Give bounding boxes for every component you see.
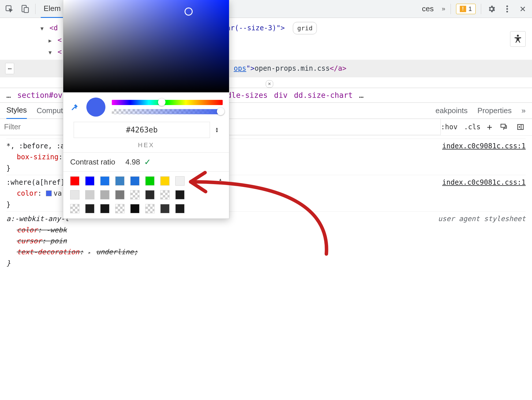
- expand-triangle-down-icon[interactable]: ▼: [40, 25, 44, 31]
- css-property: text-decoration: [17, 248, 79, 256]
- contrast-ratio-row[interactable]: Contrast ratio 4.98 ✓: [63, 153, 229, 171]
- palette-swatch[interactable]: [145, 204, 155, 213]
- toolbar-divider: [481, 4, 481, 14]
- saturation-cursor[interactable]: [185, 8, 193, 16]
- palette-swatch[interactable]: [175, 176, 185, 186]
- svg-rect-7: [501, 124, 505, 128]
- css-selector[interactable]: :where(a[href]): [6, 178, 69, 186]
- breadcrumb-more-left[interactable]: …: [6, 91, 11, 100]
- close-icon[interactable]: [518, 4, 528, 14]
- grid-badge[interactable]: grid: [293, 22, 317, 34]
- palette-swatch[interactable]: [115, 190, 124, 199]
- palette-swatch[interactable]: [145, 176, 155, 186]
- expand-ellipsis[interactable]: ⋯: [5, 63, 14, 74]
- breadcrumb-item[interactable]: dd.size-chart: [294, 91, 353, 100]
- tab-computed[interactable]: Comput: [37, 103, 63, 119]
- palette-swatch[interactable]: [175, 190, 185, 199]
- gear-icon[interactable]: [486, 4, 497, 14]
- dom-attr-link[interactable]: ops: [234, 63, 246, 74]
- alpha-thumb[interactable]: [217, 108, 224, 115]
- color-picker-popover: ▲▼ HEX Contrast ratio 4.98 ✓ ▲▼: [63, 0, 229, 219]
- tab-sources-partial[interactable]: ces: [419, 0, 436, 17]
- palette-swatch[interactable]: [70, 204, 79, 213]
- warning-icon: !: [460, 6, 466, 12]
- palette-swatch[interactable]: [85, 204, 94, 213]
- saturation-field[interactable]: [63, 0, 229, 92]
- issues-count: 1: [468, 5, 472, 13]
- inspect-icon[interactable]: [4, 4, 14, 14]
- cls-toggle[interactable]: .cls: [464, 123, 481, 131]
- dom-node[interactable]: <: [57, 48, 62, 56]
- svg-rect-8: [518, 125, 523, 130]
- contrast-value: 4.98: [125, 158, 140, 167]
- css-selector[interactable]: *, :before, :af: [6, 142, 69, 150]
- css-close-brace: }: [6, 164, 10, 172]
- css-property[interactable]: color: [17, 189, 38, 197]
- palette-swatch[interactable]: [160, 204, 170, 213]
- more-tabs-chevron[interactable]: »: [442, 5, 445, 13]
- palette-swatch[interactable]: [115, 204, 124, 213]
- tab-styles[interactable]: Styles: [6, 102, 27, 119]
- palette-swatch[interactable]: [70, 176, 79, 186]
- tab-elements[interactable]: Elem: [41, 0, 64, 18]
- tab-breakpoints[interactable]: eakpoints: [436, 103, 468, 119]
- palette-swatch[interactable]: [130, 190, 139, 199]
- new-style-rule-button[interactable]: +: [487, 122, 492, 132]
- hue-slider[interactable]: [112, 100, 223, 105]
- tab-properties[interactable]: Properties: [477, 103, 512, 119]
- palette-swatch[interactable]: [85, 190, 94, 199]
- palette-swatch[interactable]: [145, 190, 155, 199]
- remove-pill-icon[interactable]: ×: [266, 80, 273, 88]
- breadcrumb-item[interactable]: section#ove: [17, 91, 67, 100]
- css-property[interactable]: box-sizing: [17, 153, 59, 161]
- hex-input[interactable]: [74, 122, 210, 138]
- dom-text: ">: [246, 63, 255, 74]
- breadcrumb-item[interactable]: dle-sizes: [227, 91, 268, 100]
- expand-triangle-right-icon[interactable]: ▶: [49, 38, 52, 44]
- svg-rect-2: [24, 8, 29, 13]
- css-selector[interactable]: a:-webkit-any-l: [6, 215, 69, 223]
- issues-badge[interactable]: ! 1: [456, 4, 476, 14]
- palette-swatch[interactable]: [175, 204, 185, 213]
- panel-toggle-icon[interactable]: [515, 122, 526, 132]
- alpha-slider[interactable]: [112, 109, 223, 114]
- breadcrumb-item[interactable]: div: [274, 91, 288, 100]
- dom-attr-value: var(--size-3)">: [222, 24, 285, 32]
- format-spinner[interactable]: ▲▼: [215, 127, 219, 133]
- hue-thumb[interactable]: [158, 98, 165, 106]
- palette-swatch[interactable]: [160, 190, 170, 199]
- dom-node[interactable]: <: [57, 36, 62, 44]
- svg-point-6: [517, 35, 519, 37]
- eyedropper-icon[interactable]: [70, 102, 80, 112]
- css-rule-ua[interactable]: user agent stylesheet a:-webkit-any-l co…: [6, 211, 526, 269]
- palette-swatch[interactable]: [160, 176, 170, 186]
- svg-point-3: [506, 5, 508, 7]
- palette-swatch[interactable]: [100, 204, 109, 213]
- palette-swatch[interactable]: [130, 204, 139, 213]
- device-toggle-icon[interactable]: [20, 4, 30, 14]
- palette-swatch[interactable]: [130, 176, 139, 186]
- expand-triangle-down-icon[interactable]: ▼: [49, 49, 52, 55]
- dom-node[interactable]: <d: [49, 24, 58, 32]
- palette-swatch[interactable]: [100, 176, 109, 186]
- css-close-brace: }: [6, 201, 10, 209]
- source-link[interactable]: index.c0c9081c.css:1: [442, 177, 526, 188]
- breadcrumb-more-right[interactable]: …: [359, 91, 364, 100]
- palette-row: ▲▼: [70, 176, 222, 186]
- palette-swatch[interactable]: [85, 176, 94, 186]
- dom-tag-close: </a>: [330, 63, 347, 74]
- more-subtabs-chevron[interactable]: »: [522, 103, 526, 119]
- palette-swatch[interactable]: [115, 176, 124, 186]
- palette-swatch[interactable]: [70, 190, 79, 199]
- source-link[interactable]: index.c0c9081c.css:1: [442, 141, 526, 152]
- kebab-menu-icon[interactable]: [502, 4, 512, 14]
- color-palette: ▲▼: [63, 172, 229, 218]
- palette-spinner[interactable]: ▲▼: [219, 178, 222, 184]
- css-value: underline;: [96, 248, 138, 256]
- accessibility-icon[interactable]: [510, 31, 526, 47]
- css-property: color: [17, 226, 38, 234]
- paint-icon[interactable]: [498, 122, 509, 132]
- hov-toggle[interactable]: :hov: [441, 123, 457, 131]
- palette-swatch[interactable]: [100, 190, 109, 199]
- color-swatch[interactable]: [46, 190, 52, 196]
